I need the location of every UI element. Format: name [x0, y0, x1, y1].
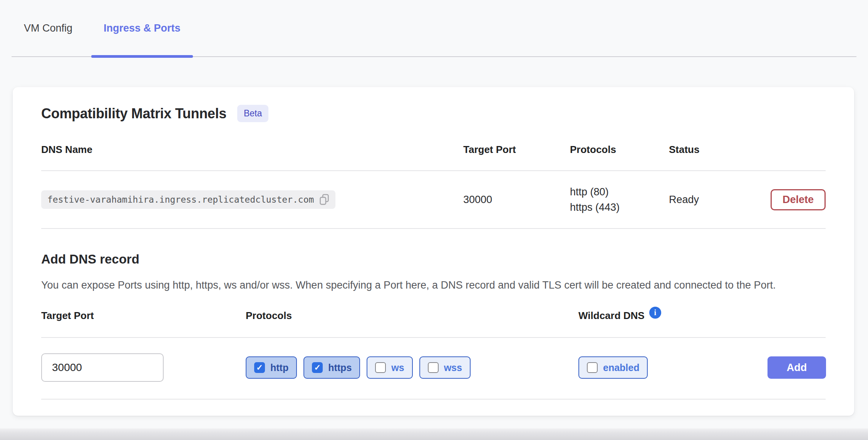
status-action-cell: Ready Delete	[669, 189, 826, 210]
dns-name-cell: festive-varahamihira.ingress.replicatedc…	[41, 190, 463, 209]
beta-badge: Beta	[237, 105, 268, 122]
protocol-checkbox-label: http	[270, 362, 288, 373]
protocol-checkbox-label: wss	[444, 362, 462, 373]
target-port-input[interactable]	[41, 353, 164, 382]
target-port-field-cell	[41, 353, 246, 382]
tab-bar: VM Config Ingress & Ports	[12, 0, 856, 57]
protocol-checkbox-http[interactable]: http	[246, 356, 297, 379]
table-row: festive-varahamihira.ingress.replicatedc…	[41, 171, 826, 229]
page-bottom-shade	[0, 428, 868, 440]
form-label-protocols: Protocols	[246, 310, 578, 322]
checkbox-icon	[428, 362, 439, 373]
dns-name-value: festive-varahamihira.ingress.replicatedc…	[47, 195, 314, 205]
checkbox-icon	[254, 362, 265, 373]
protocol-checkbox-label: ws	[391, 362, 404, 373]
page-title: Compatibility Matrix Tunnels	[41, 106, 226, 122]
wildcard-enabled-checkbox[interactable]: enabled	[578, 356, 648, 379]
wildcard-checkbox-cell: enabled	[578, 356, 767, 379]
form-header-spacer	[767, 310, 826, 322]
info-icon[interactable]	[649, 307, 661, 319]
protocol-line: http (80)	[570, 184, 669, 200]
col-header-protocols: Protocols	[570, 144, 669, 156]
protocols-checkbox-group: http https ws wss	[246, 356, 578, 379]
col-header-target-port: Target Port	[463, 144, 570, 156]
tab-ingress-ports[interactable]: Ingress & Ports	[91, 0, 193, 56]
form-label-wildcard-dns: Wildcard DNS	[578, 310, 767, 322]
protocol-checkbox-wss[interactable]: wss	[419, 356, 471, 379]
card-header: Compatibility Matrix Tunnels Beta	[41, 105, 826, 122]
add-dns-title: Add DNS record	[41, 252, 826, 267]
protocol-line: https (443)	[570, 200, 669, 215]
checkbox-icon	[587, 362, 598, 373]
checkbox-icon	[312, 362, 323, 373]
status-value: Ready	[669, 194, 699, 206]
add-button[interactable]: Add	[767, 356, 826, 379]
dns-name-pill: festive-varahamihira.ingress.replicatedc…	[41, 190, 335, 209]
checkbox-icon	[375, 362, 386, 373]
add-dns-form-header: Target Port Protocols Wildcard DNS	[41, 310, 826, 338]
target-port-cell: 30000	[463, 194, 570, 206]
delete-button[interactable]: Delete	[771, 189, 826, 210]
protocol-checkbox-https[interactable]: https	[303, 356, 360, 379]
protocol-checkbox-ws[interactable]: ws	[367, 356, 412, 379]
tab-vm-config[interactable]: VM Config	[12, 0, 85, 56]
tunnels-table-header: DNS Name Target Port Protocols Status	[41, 144, 826, 171]
wildcard-dns-label: Wildcard DNS	[578, 310, 645, 322]
form-label-target-port: Target Port	[41, 310, 246, 322]
add-dns-description: You can expose Ports using http, https, …	[41, 277, 826, 293]
col-header-status: Status	[669, 144, 826, 156]
copy-icon[interactable]	[319, 194, 329, 205]
wildcard-checkbox-label: enabled	[603, 362, 639, 373]
protocol-checkbox-label: https	[328, 362, 352, 373]
protocols-cell: http (80) https (443)	[570, 184, 669, 215]
col-header-dns-name: DNS Name	[41, 144, 463, 156]
add-dns-form-controls: http https ws wss enabled Add	[41, 338, 826, 400]
tunnels-card: Compatibility Matrix Tunnels Beta DNS Na…	[13, 87, 854, 416]
